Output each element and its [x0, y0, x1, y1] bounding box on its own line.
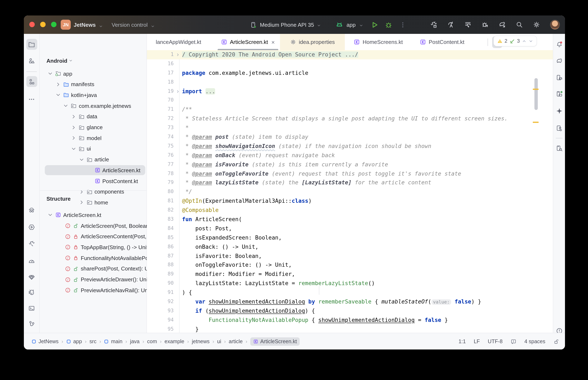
code-line-81[interactable]: 81 @OptIn(ExperimentalMaterial3Api::clas…: [147, 197, 553, 206]
code-line-93[interactable]: 93 if (showUnimplementedActionDialog) {: [147, 306, 553, 316]
code-line-89[interactable]: 89 modifier: Modifier = Modifier,: [147, 270, 553, 279]
attach-debugger-icon[interactable]: [481, 21, 489, 28]
apply-changes-icon[interactable]: [447, 21, 454, 28]
tab-PostContent.kt[interactable]: PostContent.kt: [412, 34, 472, 50]
code-line-76[interactable]: 76 * @param onBack (event) request navig…: [147, 151, 553, 160]
code-line-19[interactable]: 19 import ...: [147, 87, 553, 96]
control-chevron-down[interactable]: [477, 38, 483, 46]
warning-stripe-mark[interactable]: [533, 122, 539, 123]
caret-position[interactable]: 1:1: [459, 338, 466, 344]
tool-version-control-tool[interactable]: [26, 318, 37, 329]
gradle-sync-icon[interactable]: [498, 21, 506, 28]
structure-item[interactable]: f sharePost(Post, Context): Un: [65, 264, 151, 274]
tool-device-explorer[interactable]: [26, 205, 37, 216]
tool-project-folder[interactable]: [26, 39, 37, 50]
structure-item[interactable]: f PreviewArticleNavRail(): Unit: [65, 285, 151, 295]
breadcrumb-ArticleScreen.kt[interactable]: ArticleScreen.kt: [250, 337, 300, 345]
inspections-widget[interactable]: 2 3: [493, 36, 537, 46]
tool-resource-manager[interactable]: [26, 55, 37, 66]
tree-item-glance[interactable]: glance: [71, 122, 103, 132]
tool-build-tool[interactable]: [26, 238, 37, 249]
structure-item[interactable]: f ArticleScreenContent(Post, (): [65, 231, 151, 241]
fold-chevron-icon[interactable]: [174, 87, 182, 96]
tree-item-PostContent.kt[interactable]: PostContent.kt: [86, 176, 138, 186]
tab-lanceAppWidget.kt[interactable]: lanceAppWidget.kt: [147, 34, 216, 50]
tool-terminal[interactable]: [26, 303, 37, 314]
apply-code-changes-icon[interactable]: [464, 21, 472, 28]
code-line-87[interactable]: 87 isFavorite: Boolean,: [147, 251, 553, 261]
code-line-83[interactable]: 83 fun ArticleScreen(: [147, 215, 553, 224]
close-tab-icon[interactable]: ×: [271, 39, 275, 45]
tree-item-ArticleScreen.kt[interactable]: ArticleScreen.kt: [86, 165, 141, 175]
tool-device-manager[interactable]: [554, 72, 565, 83]
structure-item[interactable]: f ArticleScreen(Post, Boolean,: [65, 221, 150, 231]
code-line-92[interactable]: 92 var showUnimplementedActionDialog by …: [147, 297, 553, 306]
maximize-window-button[interactable]: [51, 22, 57, 27]
tab-HomeScreens.kt[interactable]: HomeScreens.kt: [345, 34, 412, 50]
inspections-bubble-icon[interactable]: [510, 338, 516, 344]
search-icon[interactable]: [516, 21, 523, 28]
next-highlight-chevron-down-icon[interactable]: [528, 39, 533, 43]
project-view-selector[interactable]: Android: [46, 58, 73, 64]
tree-item-com.example.jetnews[interactable]: com.example.jetnews: [63, 101, 131, 111]
scrollbar-thumb[interactable]: [534, 78, 538, 110]
breadcrumb-src[interactable]: src: [90, 338, 97, 344]
project-avatar[interactable]: JN: [61, 20, 71, 30]
code-line-78[interactable]: 78 * @param onToggleFavorite (event) req…: [147, 169, 553, 178]
tool-run-tool[interactable]: [26, 222, 37, 232]
file-encoding[interactable]: UTF-8: [488, 338, 503, 344]
code-line-80[interactable]: 80 */: [147, 188, 553, 197]
tool-logcat[interactable]: [26, 287, 37, 298]
code-line-84[interactable]: 84 post: Post,: [147, 224, 553, 233]
build-icon[interactable]: [430, 21, 437, 28]
code-line-75[interactable]: 75 * @param showNavigationIcon (state) i…: [147, 142, 553, 151]
settings-icon[interactable]: [533, 21, 540, 28]
code-line-82[interactable]: 82 @Composable: [147, 206, 553, 215]
breadcrumb-jetnews[interactable]: jetnews: [192, 338, 210, 344]
structure-item[interactable]: f TopAppBar(String, () -> Unit,: [65, 242, 150, 252]
warning-stripe-mark[interactable]: [533, 89, 539, 90]
tool-running-devices[interactable]: [554, 88, 565, 99]
panel-divider[interactable]: [40, 190, 146, 191]
tool-structure-tool[interactable]: [26, 76, 37, 87]
code-editor[interactable]: 1 / Copyright 2020 The Android Open Sour…: [147, 50, 553, 333]
code-line-91[interactable]: 91 ) {: [147, 288, 553, 297]
tree-item-components[interactable]: components: [79, 187, 124, 197]
tree-item-model[interactable]: model: [71, 133, 101, 143]
minimize-window-button[interactable]: [40, 22, 46, 27]
code-line-90[interactable]: 90 lazyListState: LazyListState = rememb…: [147, 279, 553, 288]
breadcrumb-com[interactable]: com: [147, 338, 157, 344]
debug-button[interactable]: [385, 21, 392, 29]
code-line-1[interactable]: 1 / Copyright 2020 The Android Open Sour…: [147, 50, 553, 59]
code-line-16[interactable]: 16: [147, 59, 553, 69]
tree-item-article[interactable]: article: [79, 154, 109, 165]
previous-highlight-chevron-up-icon[interactable]: [522, 39, 527, 43]
code-line-86[interactable]: 86 onBack: () -> Unit,: [147, 242, 553, 251]
version-control-menu[interactable]: Version control: [112, 21, 148, 28]
profile-avatar[interactable]: [550, 20, 560, 30]
code-line-72[interactable]: 72 * Stateless Article Screen that displ…: [147, 114, 553, 123]
code-line-71[interactable]: 71 /**: [147, 105, 553, 114]
device-selector[interactable]: Medium Phone API 35: [250, 16, 321, 34]
structure-root[interactable]: ArticleScreen.kt: [47, 210, 101, 220]
tree-item-app[interactable]: app: [47, 69, 72, 79]
unlock-icon[interactable]: [553, 338, 559, 344]
project-name-menu[interactable]: JetNews: [74, 21, 96, 28]
breadcrumb-example[interactable]: example: [164, 338, 184, 344]
tool-gradle[interactable]: [554, 55, 565, 66]
breadcrumb-main[interactable]: main: [104, 338, 122, 344]
breadcrumb-ui[interactable]: ui: [217, 338, 221, 344]
tool-more-tools[interactable]: [26, 94, 37, 105]
code-line-73[interactable]: 73 *: [147, 123, 553, 133]
code-line-77[interactable]: 77 * @param isFavorite (state) is this i…: [147, 160, 553, 169]
breadcrumb-article[interactable]: article: [229, 338, 243, 344]
close-window-button[interactable]: [29, 22, 35, 27]
line-ending[interactable]: LF: [474, 338, 480, 344]
code-line-70[interactable]: 70: [147, 96, 553, 105]
indent-setting[interactable]: 4 spaces: [524, 338, 545, 344]
structure-item[interactable]: f FunctionalityNotAvailablePop: [65, 253, 151, 263]
code-line-79[interactable]: 79 * @param lazyListState (state) the [L…: [147, 178, 553, 188]
code-line-74[interactable]: 74 * @param post (state) item to display: [147, 133, 553, 142]
tool-profiler[interactable]: [26, 255, 37, 266]
run-button[interactable]: [371, 21, 379, 29]
